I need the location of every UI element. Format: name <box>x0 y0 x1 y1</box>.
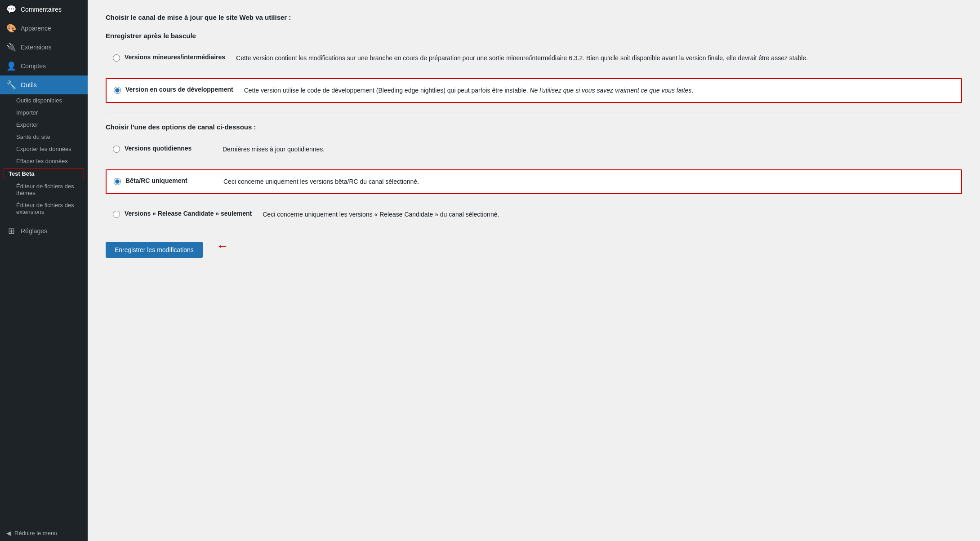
option-desc-dev: Cette version utilise le code de dévelop… <box>244 85 954 95</box>
reglages-icon: ⊞ <box>6 226 16 236</box>
comptes-icon: 👤 <box>6 61 16 71</box>
save-button[interactable]: Enregistrer les modifications <box>106 242 203 258</box>
arrow-indicator: ← <box>216 240 229 253</box>
collapse-icon: ◀ <box>6 530 11 537</box>
option-desc-beta: Ceci concerne uniquement les versions bê… <box>223 177 954 186</box>
radio-versions-quotidiennes[interactable] <box>113 146 120 153</box>
option-versions-quotidiennes: Versions quotidiennes Dernières mises à … <box>106 138 962 160</box>
extensions-icon: 🔌 <box>6 42 16 52</box>
option-release-candidate: Versions « Release Candidate » seulement… <box>106 203 962 226</box>
radio-release-candidate[interactable] <box>113 211 120 218</box>
sidebar-sub-effacer-donnees[interactable]: Effacer les données <box>0 155 88 167</box>
sidebar-item-reglages[interactable]: ⊞ Réglages <box>0 222 88 240</box>
option-label-wrap-rc: Versions « Release Candidate » seulement <box>113 209 252 218</box>
sidebar-outils-submenu: Outils disponibles Importer Exporter San… <box>0 94 88 218</box>
sidebar: 💬 Commentaires 🎨 Apparence 🔌 Extensions … <box>0 0 88 541</box>
sidebar-item-label: Commentaires <box>21 6 62 13</box>
main-content: Choisir le canal de mise à jour que le s… <box>88 0 980 541</box>
sidebar-sub-editeur-extensions[interactable]: Éditeur de fichiers des extensions <box>0 199 88 218</box>
sidebar-sub-importer[interactable]: Importer <box>0 106 88 119</box>
save-row: Enregistrer les modifications ← <box>106 235 962 258</box>
radio-versions-mineures[interactable] <box>113 54 120 62</box>
sidebar-sub-exporter-donnees[interactable]: Exporter les données <box>0 143 88 155</box>
option-label-wrap-dev: Version en cours de développement <box>114 85 233 94</box>
commentaires-icon: 💬 <box>6 4 16 14</box>
radio-beta-rc[interactable] <box>114 178 121 185</box>
option-beta-rc: Bêta/RC uniquement Ceci concerne uniquem… <box>106 169 962 194</box>
divider <box>106 112 962 112</box>
collapse-menu-button[interactable]: ◀ Réduire le menu <box>0 525 88 541</box>
option-versions-mineures: Versions mineures/intermédiaires Cette v… <box>106 47 962 69</box>
option-label-wrap-beta: Bêta/RC uniquement <box>114 177 213 186</box>
sidebar-bottom: ◀ Réduire le menu <box>0 525 88 541</box>
main-heading1: Choisir le canal de mise à jour que le s… <box>106 13 962 21</box>
option-label-wrap-quotidiennes: Versions quotidiennes <box>113 144 212 153</box>
sidebar-item-label: Apparence <box>21 25 51 32</box>
option-label-rc: Versions « Release Candidate » seulement <box>125 209 252 218</box>
sidebar-item-extensions[interactable]: 🔌 Extensions <box>0 38 88 57</box>
sidebar-item-commentaires[interactable]: 💬 Commentaires <box>0 0 88 19</box>
sidebar-item-comptes[interactable]: 👤 Comptes <box>0 57 88 75</box>
sidebar-item-label: Extensions <box>21 44 51 51</box>
option-desc-dev-normal: Cette version utilise le code de dévelop… <box>244 87 530 94</box>
main-heading3: Choisir l'une des options de canal ci-de… <box>106 123 962 131</box>
sidebar-sub-sante[interactable]: Santé du site <box>0 131 88 143</box>
sidebar-sub-editeur-themes[interactable]: Éditeur de fichiers des thèmes <box>0 180 88 199</box>
sidebar-item-label: Outils <box>21 81 37 89</box>
sidebar-sub-test-beta[interactable]: Test Beta <box>4 168 84 179</box>
option-desc-quotidiennes: Dernières mises à jour quotidiennes. <box>223 144 955 154</box>
apparence-icon: 🎨 <box>6 23 16 33</box>
option-label-dev: Version en cours de développement <box>125 85 233 94</box>
option-version-dev: Version en cours de développement Cette … <box>106 78 962 102</box>
option-label-mineures: Versions mineures/intermédiaires <box>125 53 225 62</box>
outils-icon: 🔧 <box>6 80 16 90</box>
sidebar-item-apparence[interactable]: 🎨 Apparence <box>0 19 88 38</box>
option-label-beta: Bêta/RC uniquement <box>125 177 187 186</box>
option-label-wrap-mineures: Versions mineures/intermédiaires <box>113 53 225 62</box>
sidebar-item-label: Comptes <box>21 62 46 70</box>
radio-version-dev[interactable] <box>114 87 121 94</box>
collapse-label: Réduire le menu <box>14 530 57 537</box>
sidebar-sub-exporter[interactable]: Exporter <box>0 119 88 131</box>
option-desc-mineures: Cette version contient les modifications… <box>236 53 955 63</box>
sidebar-item-label: Réglages <box>21 227 47 235</box>
option-desc-rc: Ceci concerne uniquement les versions « … <box>263 209 955 219</box>
sidebar-sub-outils-disponibles[interactable]: Outils disponibles <box>0 94 88 106</box>
sidebar-item-outils[interactable]: 🔧 Outils <box>0 75 88 94</box>
option-label-quotidiennes: Versions quotidiennes <box>125 144 192 153</box>
option-desc-dev-italic: Ne l'utilisez que si vous savez vraiment… <box>530 87 691 94</box>
main-heading2: Enregistrer après le bascule <box>106 32 962 40</box>
option-desc-dev-end: . <box>691 87 693 94</box>
